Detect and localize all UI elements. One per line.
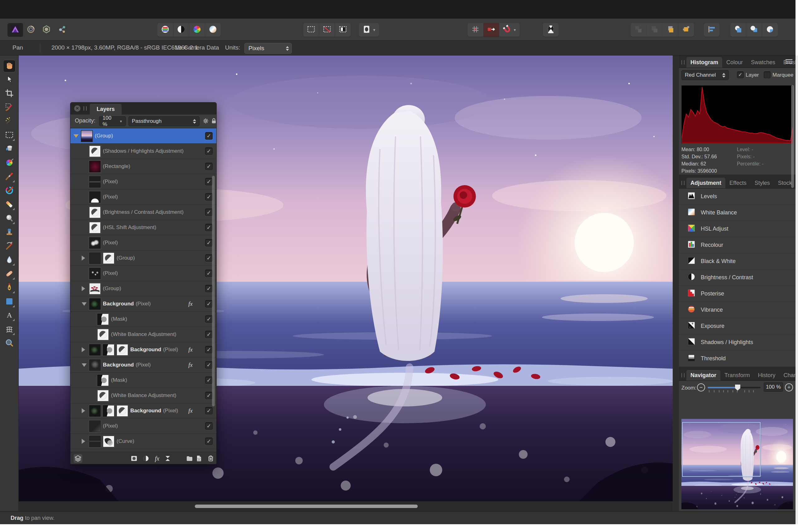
adjustment-item-shadows-highlights[interactable]: Shadows / Highlights [679, 335, 796, 350]
layer-visibility-checkbox[interactable]: ✓ [205, 270, 213, 277]
layer-thumbnail-adj[interactable] [89, 207, 101, 218]
layer-name[interactable]: (Shadows / Highlights Adjustment) [103, 148, 184, 154]
grid-button[interactable] [468, 23, 483, 37]
dodge-brush-tool-button[interactable] [3, 212, 16, 225]
collapse-icon[interactable] [82, 302, 87, 306]
expand-icon[interactable] [82, 439, 85, 444]
marquee-tool-button[interactable] [3, 129, 16, 142]
layer-name[interactable]: (Brightness / Contrast Adjustment) [103, 209, 184, 215]
layer-name[interactable]: (Pixel) [103, 270, 118, 277]
collapse-icon[interactable] [74, 134, 79, 138]
new-pattern-layer-button[interactable] [194, 454, 203, 463]
move-tool-button[interactable] [3, 74, 16, 86]
layer-name[interactable]: (Rectangle) [103, 163, 130, 170]
layer-name[interactable]: (Group) [95, 133, 113, 139]
horizontal-scrollbar[interactable] [195, 505, 418, 508]
layer-row[interactable]: (Shadows / Highlights Adjustment)✓ [71, 144, 217, 159]
crop-tool-button[interactable] [3, 88, 16, 100]
layer-row[interactable]: (Pixel)✓ [71, 419, 217, 434]
gear-icon[interactable] [202, 117, 209, 126]
adjustment-item-black-white[interactable]: Black & White [679, 253, 796, 270]
blend-ranges-button[interactable] [163, 454, 172, 463]
layer-thumbnail-petals[interactable] [89, 283, 101, 294]
layer-visibility-checkbox[interactable]: ✓ [205, 163, 213, 170]
blend-mode-select[interactable]: Passthrough [129, 116, 200, 126]
layer-visibility-checkbox[interactable]: ✓ [205, 316, 213, 323]
layer-thumbnail-darkgrad[interactable] [89, 420, 101, 432]
blur-brush-tool-button[interactable] [3, 254, 16, 266]
layer-visibility-checkbox[interactable]: ✓ [205, 377, 213, 384]
fx-badge[interactable]: fx [188, 301, 193, 307]
layer-visibility-checkbox[interactable]: ✓ [205, 422, 213, 430]
adjustment-item-levels[interactable]: Levels [679, 189, 796, 205]
zoom-slider-thumb[interactable] [735, 385, 740, 391]
layer-visibility-checkbox[interactable]: ✓ [205, 361, 213, 369]
layer-name[interactable]: (Mask) [111, 377, 127, 383]
add-mask-button[interactable] [130, 454, 138, 463]
layers-stack-button[interactable] [74, 454, 82, 463]
auto-levels-button[interactable] [157, 23, 173, 37]
studio-tab-swatches[interactable]: Swatches [747, 57, 779, 68]
studio-tab-transform[interactable]: Transform [720, 370, 754, 381]
layer-row[interactable]: (Curve)✓ [71, 434, 217, 449]
layer-visibility-checkbox[interactable]: ✓ [205, 300, 213, 308]
layer-visibility-checkbox[interactable]: ✓ [205, 193, 213, 201]
boolean-add-button[interactable] [730, 23, 746, 37]
adjustment-item-threshold[interactable]: Threshold [679, 350, 796, 367]
alignment-button[interactable] [704, 23, 719, 37]
layer-name[interactable]: (Pixel) [103, 178, 118, 185]
magnet-button[interactable]: ▼ [499, 23, 520, 37]
chevron-down-icon[interactable]: ▼ [513, 28, 516, 32]
layer-row[interactable]: (Pixel)✓ [71, 266, 217, 281]
studio-tab-colour[interactable]: Colour [722, 57, 747, 68]
layer-checkbox[interactable]: ✓ [737, 71, 744, 78]
layer-thumbnail-mask[interactable] [103, 344, 114, 356]
auto-colour-button[interactable] [189, 23, 205, 37]
selection-subtract-button[interactable] [319, 23, 335, 37]
opacity-dropdown[interactable]: 100 % ▼ [99, 116, 126, 126]
layer-row[interactable]: (Mask)✓ [71, 312, 217, 327]
studio-tab-styles[interactable]: Styles [750, 178, 774, 188]
layer-visibility-checkbox[interactable]: ✓ [205, 239, 213, 247]
layer-visibility-checkbox[interactable]: ✓ [205, 331, 213, 338]
adjustment-item-posterise[interactable]: Posterise [679, 286, 796, 302]
auto-contrast-button[interactable] [173, 23, 189, 37]
panel-menu-icon[interactable] [785, 59, 792, 64]
layers-tab[interactable]: Layers [90, 104, 121, 114]
layer-row[interactable]: Background(Pixel)fx✓ [71, 342, 217, 358]
layer-name[interactable]: (White Balance Adjustment) [111, 392, 176, 399]
undo-brush-tool-button[interactable] [3, 240, 16, 253]
studio-tab-effects[interactable]: Effects [725, 178, 750, 188]
mesh-warp-tool-button[interactable] [3, 323, 16, 336]
adjustment-item-brightness-contrast[interactable]: Brightness / Contrast [679, 270, 796, 286]
layer-row[interactable]: (Pixel)✓ [71, 235, 217, 251]
navigator-thumbnail[interactable] [681, 419, 793, 509]
move-to-front-button[interactable] [678, 23, 694, 37]
layer-row[interactable]: (Rectangle)✓ [71, 159, 217, 174]
layer-thumbnail-adj[interactable] [89, 146, 101, 157]
layer-row[interactable]: Background(Pixel)fx✓ [71, 403, 217, 419]
zoom-in-button[interactable]: + [785, 383, 793, 392]
zoom-value-field[interactable]: 100 % [764, 382, 783, 392]
collapse-icon[interactable] [82, 363, 87, 367]
assistant-button[interactable] [543, 23, 558, 37]
layers-panel-header[interactable]: ✕ Layers [71, 102, 216, 114]
selection-intersect-button[interactable] [335, 23, 351, 37]
flood-select-tool-button[interactable] [3, 115, 16, 128]
close-icon[interactable]: ✕ [74, 105, 80, 112]
pen-tool-button[interactable] [3, 282, 16, 294]
fx-badge[interactable]: fx [188, 362, 193, 368]
adjustment-item-white-balance[interactable]: White Balance [679, 205, 796, 221]
layer-thumbnail-adj[interactable] [117, 344, 128, 356]
boolean-divide-button[interactable] [762, 23, 778, 37]
layer-name[interactable]: (Pixel) [103, 423, 118, 429]
adjustment-item-exposure[interactable]: +-Exposure [679, 318, 796, 335]
expand-icon[interactable] [82, 255, 85, 261]
layer-thumbnail-adj[interactable] [97, 329, 109, 340]
add-adjustment-button[interactable] [141, 454, 150, 463]
layer-name[interactable]: (Curve) [117, 438, 134, 444]
new-group-button[interactable] [185, 454, 194, 463]
layer-name[interactable]: (Mask) [111, 316, 127, 322]
layer-name[interactable]: (Pixel) [103, 194, 118, 200]
layer-thumbnail-adj[interactable] [97, 390, 109, 401]
